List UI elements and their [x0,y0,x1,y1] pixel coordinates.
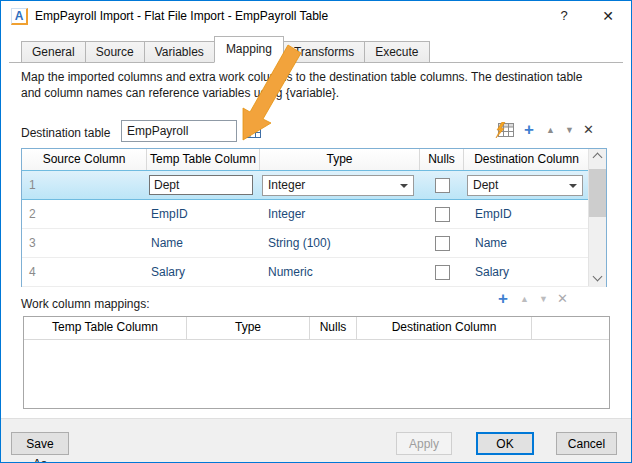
row-number: 4 [22,265,147,279]
delete-row-icon[interactable]: ✕ [555,290,570,308]
ok-button[interactable]: OK [476,432,534,455]
chevron-down-icon [593,272,603,282]
move-down-icon[interactable]: ▼ [562,121,577,139]
tab-variables[interactable]: Variables [144,41,215,63]
column-header-destination-column[interactable]: Destination Column [464,149,589,170]
destination-column-value: EmpID [464,207,589,221]
destination-table-label: Destination table [21,126,110,140]
delete-row-icon[interactable]: ✕ [581,121,596,139]
type-dropdown[interactable]: Integer [262,175,414,196]
tab-mapping[interactable]: Mapping [214,36,284,63]
column-header-nulls[interactable]: Nulls [420,149,464,170]
row-number: 1 [22,178,147,192]
add-row-icon[interactable]: + [521,121,537,139]
nulls-checkbox[interactable] [435,265,450,280]
table-picker-icon[interactable] [244,123,261,138]
mapping-grid-header: Source Column Temp Table Column Type Nul… [22,149,606,171]
temp-column-value: EmpID [147,207,260,221]
type-value: Integer [260,207,420,221]
tab-general[interactable]: General [21,41,86,63]
move-down-icon[interactable]: ▼ [536,290,551,308]
app-icon: A [11,8,28,25]
row-number: 3 [22,236,147,250]
instruction-line-2: and column names can reference variables… [21,85,621,101]
tab-source[interactable]: Source [85,41,145,63]
move-up-icon[interactable]: ▲ [543,121,558,139]
scroll-up-button[interactable] [589,149,606,164]
tab-execute[interactable]: Execute [364,41,429,63]
instruction-line-1: Map the imported columns and extra work … [21,69,621,85]
close-button[interactable]: ✕ [593,1,623,31]
nulls-checkbox[interactable] [435,207,450,222]
tab-transforms[interactable]: Transforms [283,41,365,63]
instruction-text: Map the imported columns and extra work … [21,69,621,101]
destination-table-input[interactable] [121,120,237,142]
dialog-window: A EmpPayroll Import - Flat File Import -… [0,0,632,463]
button-bar: Save As Apply OK Cancel [1,418,631,462]
chevron-up-icon [593,153,603,163]
tab-strip: General Source Variables Mapping Transfo… [21,37,429,63]
apply-button[interactable]: Apply [396,432,452,455]
work-grid-toolbar: + ▲ ▼ ✕ [495,290,570,308]
column-header-destination-column[interactable]: Destination Column [357,317,532,339]
temp-column-value: Name [147,236,260,250]
destination-column-value: Name [464,236,589,250]
chevron-down-icon [569,184,577,188]
save-as-button[interactable]: Save As [11,432,69,455]
table-row[interactable]: 3 Name String (100) Name [22,229,606,258]
column-header-type[interactable]: Type [260,149,420,170]
cancel-button[interactable]: Cancel [556,432,617,455]
work-mappings-label: Work column mappings: [21,297,150,311]
table-row[interactable]: 2 EmpID Integer EmpID [22,200,606,229]
scrollbar-thumb[interactable] [589,169,606,217]
temp-column-input[interactable] [149,175,253,195]
help-button[interactable]: ? [549,1,579,31]
add-row-icon[interactable]: + [495,290,511,308]
column-header-type[interactable]: Type [187,317,310,339]
title-bar: A EmpPayroll Import - Flat File Import -… [1,1,631,31]
column-header-temp-table-column[interactable]: Temp Table Column [24,317,187,339]
table-row[interactable]: 1 Integer Dept [22,170,606,200]
type-dropdown-value: Integer [268,178,305,192]
column-header-spacer [532,317,609,339]
destination-column-dropdown[interactable]: Dept [467,175,583,196]
mapping-grid: Source Column Temp Table Column Type Nul… [21,148,607,287]
table-row[interactable]: 4 Salary Numeric Salary [22,258,606,287]
nulls-checkbox[interactable] [435,178,450,193]
nulls-checkbox[interactable] [435,236,450,251]
type-value: Numeric [260,265,420,279]
scroll-down-button[interactable] [589,271,606,286]
window-title: EmpPayroll Import - Flat File Import - E… [35,1,328,31]
type-value: String (100) [260,236,420,250]
work-mappings-grid: Temp Table Column Type Nulls Destination… [23,316,610,409]
column-header-source-column[interactable]: Source Column [22,149,147,170]
grid-toolbar: + ▲ ▼ ✕ [495,120,596,140]
column-header-nulls[interactable]: Nulls [310,317,357,339]
temp-column-value: Salary [147,265,260,279]
vertical-scrollbar[interactable] [588,149,606,286]
work-grid-header: Temp Table Column Type Nulls Destination… [24,317,609,340]
row-number: 2 [22,207,147,221]
chevron-down-icon [400,184,408,188]
move-up-icon[interactable]: ▲ [517,290,532,308]
destination-column-value: Salary [464,265,589,279]
auto-map-icon[interactable] [495,122,514,138]
destination-dropdown-value: Dept [473,178,498,192]
column-header-temp-table-column[interactable]: Temp Table Column [147,149,260,170]
